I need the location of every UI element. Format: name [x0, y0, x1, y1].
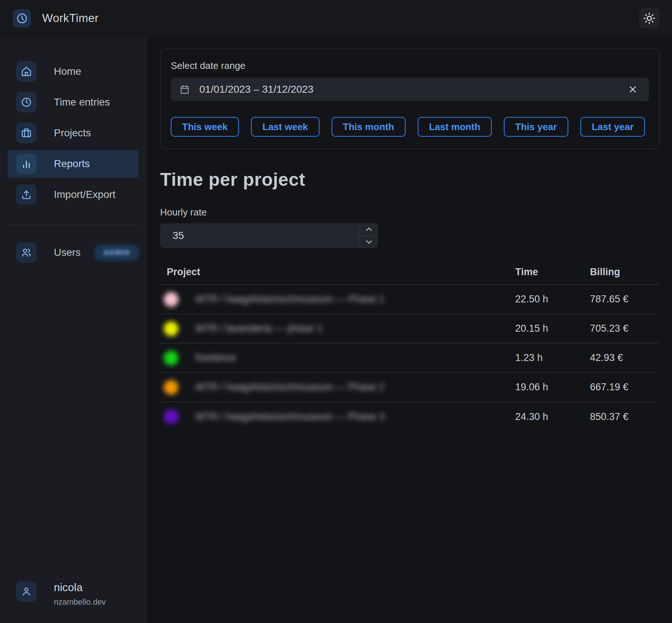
upload-icon	[16, 184, 37, 205]
cell-billing: 705.23 €	[590, 323, 660, 334]
sidebar-item-label: Users	[54, 247, 81, 258]
sidebar-item-projects[interactable]: Projects	[8, 119, 139, 147]
cell-billing: 787.65 €	[590, 294, 660, 305]
app-title: WorkTimer	[42, 12, 99, 25]
project-cell: WTR / haagshistorischmuseum — Phase 1	[160, 292, 515, 307]
sidebar-item-time-entries[interactable]: Time entries	[8, 88, 139, 116]
sidebar-item-import-export[interactable]: Import/Export	[8, 181, 139, 209]
clear-date-button[interactable]	[625, 82, 640, 97]
user-icon	[16, 581, 37, 602]
topbar: WorkTimer	[0, 0, 672, 37]
column-header-billing: Billing	[590, 266, 660, 278]
hourly-rate-input[interactable]	[160, 223, 378, 248]
home-icon	[16, 61, 37, 82]
main-content: Select date range 01/01/2023 – 31/12/202…	[147, 37, 672, 623]
sidebar-item-label: Import/Export	[54, 189, 115, 200]
project-name: WTR / haagshistorischmuseum — Phase 1	[195, 294, 384, 305]
project-cell: freelance	[160, 351, 515, 365]
cell-time: 22.50 h	[515, 294, 590, 305]
sidebar-item-label: Home	[54, 66, 81, 77]
project-cell: WTR / haagshistorischmuseum — Phase 2	[160, 380, 515, 395]
briefcase-icon	[16, 123, 37, 143]
project-name: WTR / haagshistorischmuseum — Phase 2	[195, 381, 384, 393]
user-profile[interactable]: nicola nzambello.dev	[0, 581, 146, 607]
hourly-rate-field	[160, 223, 378, 248]
cell-billing: 42.93 €	[590, 352, 660, 364]
chevron-up-icon	[365, 225, 373, 233]
project-color-dot	[164, 409, 178, 424]
last-week-button[interactable]: Last week	[251, 117, 319, 137]
cell-billing: 667.19 €	[590, 381, 660, 393]
sidebar-item-users[interactable]: Users ADMIN	[8, 239, 139, 266]
cell-time: 24.30 h	[515, 411, 590, 423]
this-month-button[interactable]: This month	[332, 117, 406, 137]
sidebar-divider	[8, 224, 139, 225]
profile-username: nicola	[54, 581, 106, 594]
sidebar-item-label: Time entries	[54, 96, 110, 108]
this-week-button[interactable]: This week	[171, 117, 239, 137]
app-logo	[13, 9, 31, 27]
project-table-body: WTR / haagshistorischmuseum — Phase 1 22…	[160, 285, 660, 431]
sidebar-item-label: Reports	[54, 158, 90, 170]
project-color-dot	[164, 380, 178, 395]
close-icon	[628, 84, 638, 95]
date-range-value: 01/01/2023 – 31/12/2023	[199, 84, 625, 95]
project-name: WTR / haagshistorischmuseum — Phase 3	[195, 411, 384, 423]
theme-toggle-button[interactable]	[639, 8, 660, 29]
this-year-button[interactable]: This year	[504, 117, 568, 137]
stepper-up-button[interactable]	[359, 223, 378, 236]
date-range-input[interactable]: 01/01/2023 – 31/12/2023	[171, 78, 649, 101]
admin-badge: ADMIN	[94, 244, 140, 261]
cell-billing: 850.37 €	[590, 411, 660, 423]
column-header-time: Time	[515, 266, 590, 278]
sidebar: Home Time entries Projects	[0, 37, 147, 623]
hourly-rate-stepper	[359, 223, 378, 248]
project-name: WTR / lavanderia — phase 1	[195, 323, 322, 334]
calendar-icon	[180, 84, 190, 95]
project-cell: WTR / lavanderia — phase 1	[160, 321, 515, 336]
profile-domain: nzambello.dev	[54, 597, 106, 607]
project-name: freelance	[195, 352, 236, 364]
table-row[interactable]: WTR / haagshistorischmuseum — Phase 2 19…	[160, 373, 660, 402]
sun-icon	[643, 12, 656, 25]
table-header: Project Time Billing	[160, 266, 660, 285]
chevron-down-icon	[365, 238, 373, 246]
date-range-card: Select date range 01/01/2023 – 31/12/202…	[160, 49, 660, 149]
bar-chart-icon	[16, 154, 37, 174]
sidebar-item-label: Projects	[54, 127, 91, 139]
column-header-project: Project	[160, 266, 515, 278]
cell-time: 19.06 h	[515, 381, 590, 393]
date-range-label: Select date range	[171, 60, 649, 71]
clock-icon	[16, 92, 37, 113]
table-row[interactable]: WTR / haagshistorischmuseum — Phase 1 22…	[160, 285, 660, 314]
cell-time: 1.23 h	[515, 352, 590, 364]
quick-range-buttons: This week Last week This month Last mont…	[171, 117, 649, 137]
table-row[interactable]: freelance 1.23 h 42.93 €	[160, 343, 660, 373]
project-cell: WTR / haagshistorischmuseum — Phase 3	[160, 409, 515, 424]
last-year-button[interactable]: Last year	[580, 117, 645, 137]
project-color-dot	[164, 351, 178, 365]
project-color-dot	[164, 292, 178, 307]
time-per-project-table: Project Time Billing WTR / haagshistoris…	[160, 266, 660, 431]
page-title: Time per project	[160, 169, 660, 190]
project-color-dot	[164, 321, 178, 336]
last-month-button[interactable]: Last month	[418, 117, 492, 137]
sidebar-item-reports[interactable]: Reports	[8, 150, 139, 178]
sidebar-item-home[interactable]: Home	[8, 58, 139, 85]
users-icon	[16, 242, 37, 263]
table-row[interactable]: WTR / lavanderia — phase 1 20.15 h 705.2…	[160, 314, 660, 343]
stepper-down-button[interactable]	[359, 236, 378, 248]
cell-time: 20.15 h	[515, 323, 590, 334]
clock-icon	[16, 12, 28, 24]
hourly-rate-label: Hourly rate	[160, 207, 660, 218]
table-row[interactable]: WTR / haagshistorischmuseum — Phase 3 24…	[160, 402, 660, 431]
